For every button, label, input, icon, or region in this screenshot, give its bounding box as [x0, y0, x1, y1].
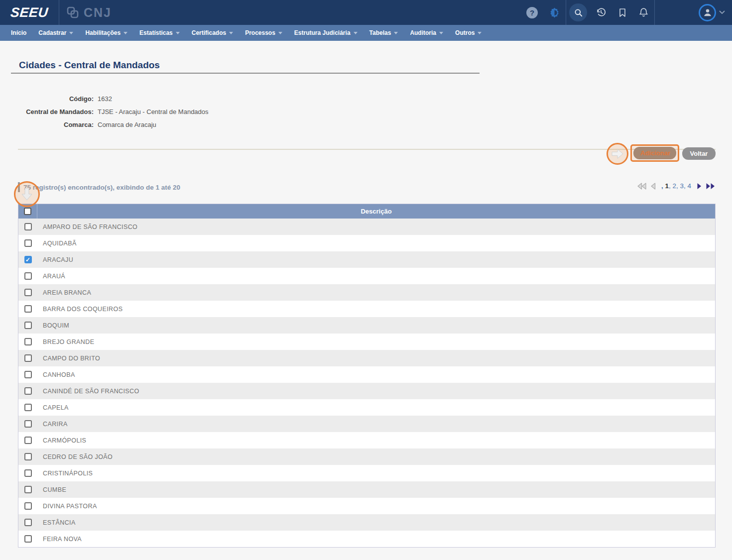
menu-item[interactable]: Habilitações: [79, 25, 133, 41]
voltar-button[interactable]: Voltar: [682, 147, 716, 160]
menu-item[interactable]: Tabelas: [364, 25, 404, 41]
page-link[interactable]: 3: [676, 182, 684, 190]
page-link[interactable]: 4: [684, 182, 691, 190]
row-checkbox[interactable]: [24, 223, 32, 230]
row-checkbox[interactable]: [24, 256, 32, 263]
row-checkbox[interactable]: [24, 535, 32, 543]
menu-item[interactable]: Outros: [449, 25, 488, 41]
prev-page-icon[interactable]: [650, 183, 656, 190]
row-checkbox[interactable]: [24, 469, 32, 477]
row-checkbox-cell: [18, 453, 37, 460]
title-underline: [11, 73, 480, 74]
caret-down-icon: [478, 32, 482, 34]
caret-down-icon: [439, 32, 443, 34]
city-name: BARRA DOS COQUEIROS: [37, 306, 122, 313]
top-bar: SEEU CNJ ?: [0, 0, 732, 25]
row-checkbox[interactable]: [24, 420, 32, 428]
cnj-label: CNJ: [84, 5, 112, 20]
city-name: FEIRA NOVA: [37, 536, 82, 543]
table-row[interactable]: BREJO GRANDE: [18, 334, 715, 350]
contrast-icon[interactable]: [549, 7, 560, 18]
topbar-separator: [654, 0, 655, 25]
cities-table: Descrição AMPARO DE SÃO FRANCISCO AQUIDA…: [18, 204, 716, 548]
help-icon[interactable]: ?: [526, 7, 538, 18]
cnj-logo: CNJ: [66, 5, 112, 20]
row-checkbox[interactable]: [24, 354, 32, 362]
cnj-glyph-icon: [66, 6, 79, 19]
menu-item[interactable]: Início: [5, 25, 32, 41]
city-name: BOQUIM: [37, 322, 69, 329]
row-checkbox-cell: [18, 371, 37, 378]
menu-item[interactable]: Processos: [239, 25, 288, 41]
table-row[interactable]: AREIA BRANCA: [18, 284, 715, 301]
adicionar-button[interactable]: Adicionar: [633, 147, 676, 159]
table-row[interactable]: CANINDÉ DE SÃO FRANCISCO: [18, 383, 715, 399]
row-checkbox[interactable]: [24, 486, 32, 493]
row-checkbox[interactable]: [24, 404, 32, 411]
menu-item[interactable]: Certificados: [186, 25, 239, 41]
city-name: ARACAJU: [37, 256, 73, 263]
row-checkbox[interactable]: [24, 289, 32, 296]
table-row[interactable]: DIVINA PASTORA: [18, 498, 715, 514]
table-row[interactable]: AQUIDABÃ: [18, 235, 715, 251]
caret-down-icon: [394, 32, 398, 34]
next-page-icon[interactable]: [697, 183, 702, 190]
chevron-down-icon: [719, 10, 725, 14]
row-checkbox[interactable]: [24, 387, 32, 395]
page-link[interactable]: 1: [661, 182, 669, 190]
select-all-checkbox[interactable]: [24, 208, 31, 215]
row-checkbox[interactable]: [24, 437, 32, 444]
city-name: ARAUÁ: [37, 273, 65, 280]
table-row[interactable]: ARAUÁ: [18, 268, 715, 284]
table-row[interactable]: FEIRA NOVA: [18, 531, 715, 547]
row-checkbox[interactable]: [24, 338, 32, 345]
menu-item[interactable]: Auditoria: [404, 25, 449, 41]
bell-icon[interactable]: [638, 7, 649, 18]
bookmark-icon[interactable]: [617, 7, 627, 18]
page-link[interactable]: 2: [669, 182, 676, 190]
table-row[interactable]: AMPARO DE SÃO FRANCISCO: [18, 219, 715, 235]
table-row[interactable]: BARRA DOS COQUEIROS: [18, 301, 715, 317]
table-row[interactable]: ARACAJU: [18, 251, 715, 268]
row-checkbox[interactable]: [24, 502, 32, 510]
city-name: CARMÓPOLIS: [37, 437, 86, 444]
row-checkbox[interactable]: [24, 239, 32, 247]
main-menu: Início Cadastrar Habilitações Estatístic…: [0, 25, 732, 41]
last-page-icon[interactable]: [706, 183, 716, 190]
caret-down-icon: [176, 32, 180, 34]
first-page-icon[interactable]: [637, 183, 647, 190]
field-value: TJSE - Aracaju - Central de Mandados: [98, 108, 209, 116]
table-row[interactable]: CEDRO DE SÃO JOÃO: [18, 448, 715, 465]
search-icon[interactable]: [569, 3, 587, 21]
menu-item[interactable]: Estatísticas: [133, 25, 186, 41]
arrow-right-annotation-icon: [607, 143, 628, 165]
row-checkbox[interactable]: [24, 272, 32, 280]
row-checkbox[interactable]: [24, 453, 32, 460]
row-checkbox-cell: [18, 322, 37, 329]
city-name: CANINDÉ DE SÃO FRANCISCO: [37, 388, 139, 395]
table-row[interactable]: CARMÓPOLIS: [18, 432, 715, 448]
row-checkbox-cell: [18, 486, 37, 493]
caret-down-icon: [123, 32, 127, 34]
row-checkbox[interactable]: [24, 371, 32, 378]
city-name: AREIA BRANCA: [37, 289, 91, 296]
menu-item[interactable]: Estrutura Judiciária: [288, 25, 364, 41]
city-name: AQUIDABÃ: [37, 240, 77, 247]
row-checkbox-cell: [18, 437, 37, 444]
row-checkbox[interactable]: [24, 519, 32, 526]
row-checkbox-cell: [18, 239, 37, 247]
table-row[interactable]: CANHOBA: [18, 366, 715, 383]
table-row[interactable]: CUMBE: [18, 481, 715, 498]
table-row[interactable]: BOQUIM: [18, 317, 715, 334]
row-checkbox[interactable]: [24, 322, 32, 329]
row-checkbox[interactable]: [24, 305, 32, 313]
table-row[interactable]: ESTÂNCIA: [18, 514, 715, 531]
table-row[interactable]: CAMPO DO BRITO: [18, 350, 715, 366]
history-icon[interactable]: [596, 7, 607, 18]
row-checkbox-cell: [18, 354, 37, 362]
table-row[interactable]: CAPELA: [18, 399, 715, 416]
table-row[interactable]: CARIRA: [18, 416, 715, 432]
table-row[interactable]: CRISTINÁPOLIS: [18, 465, 715, 481]
menu-item[interactable]: Cadastrar: [32, 25, 79, 41]
user-menu[interactable]: [699, 4, 725, 21]
